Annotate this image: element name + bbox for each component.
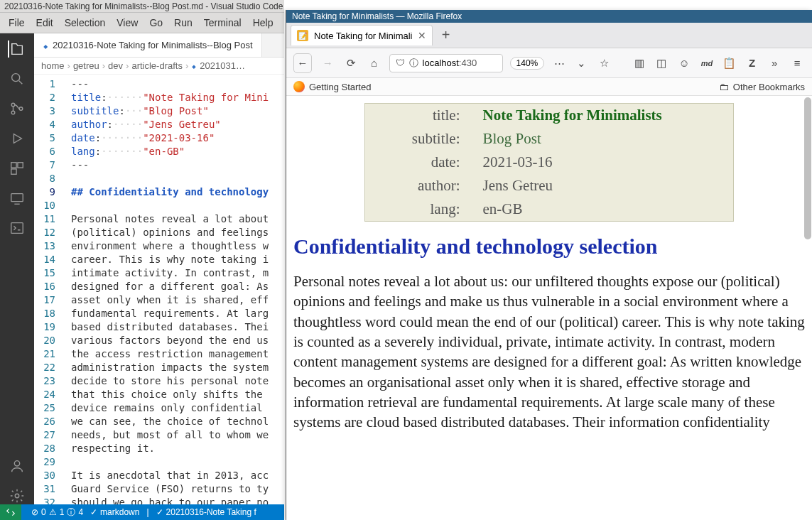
forward-button[interactable]: → xyxy=(319,53,337,73)
tab-current-file[interactable]: ⬥ 20210316-Note Taking for Minimalists--… xyxy=(34,33,262,57)
account-icon[interactable]: ☺ xyxy=(676,55,692,72)
bookmark-star-icon[interactable]: ☆ xyxy=(597,55,612,72)
vscode-menubar: File Edit Selection View Go Run Terminal… xyxy=(0,13,284,33)
status-filename[interactable]: ✓ 20210316-Note Taking f xyxy=(156,507,256,517)
vscode-titlebar: 20210316-Note Taking for Minimalists--Bl… xyxy=(0,0,284,13)
editor-tabs: ⬥ 20210316-Note Taking for Minimalists--… xyxy=(34,33,284,58)
remote-icon[interactable] xyxy=(9,190,26,207)
shield-icon: 🛡 xyxy=(396,58,405,68)
hamburger-menu-icon[interactable]: ≡ xyxy=(789,55,805,72)
pocket-icon[interactable]: ⌄ xyxy=(574,55,590,72)
extensions-icon[interactable] xyxy=(9,160,26,177)
svg-point-9 xyxy=(14,461,19,466)
overflow-icon[interactable]: » xyxy=(767,55,782,72)
svg-rect-8 xyxy=(11,223,23,234)
svg-point-2 xyxy=(11,111,15,114)
svg-rect-6 xyxy=(11,169,16,174)
meta-value: en-GB xyxy=(472,197,734,222)
crumb-article-drafts[interactable]: article-drafts xyxy=(131,60,183,71)
firefox-logo-icon xyxy=(293,81,305,92)
code-editor[interactable]: 1234567891011121314151617181920212223242… xyxy=(34,75,284,504)
explorer-icon[interactable] xyxy=(8,40,25,58)
meta-key: lang: xyxy=(365,197,472,222)
page-paragraph: Personal notes reveal a lot about us: ou… xyxy=(293,271,805,433)
problems-indicator[interactable]: ⊘0 ⚠1 ⓘ4 xyxy=(31,507,83,519)
meta-value: Note Taking for Minimalists xyxy=(472,104,734,128)
url-bar[interactable]: 🛡 ⓘ localhost:430 xyxy=(389,54,503,72)
favicon-icon: 📝 xyxy=(297,30,308,41)
menu-go[interactable]: Go xyxy=(145,16,167,30)
ext-md-icon[interactable]: md xyxy=(699,55,715,72)
library-icon[interactable]: ▥ xyxy=(632,55,647,72)
crumb-home[interactable]: home xyxy=(41,60,65,71)
status-lang[interactable]: ✓ markdown xyxy=(90,507,139,517)
browser-tab[interactable]: 📝 Note Taking for Minimali ✕ xyxy=(291,25,433,45)
zoom-badge[interactable]: 140% xyxy=(510,57,545,70)
meta-value: Blog Post xyxy=(472,127,734,151)
search-icon[interactable] xyxy=(9,70,26,87)
menu-help[interactable]: Help xyxy=(249,16,278,30)
markdown-file-icon: ⬥ xyxy=(43,40,48,51)
meta-key: title: xyxy=(365,104,472,128)
terminal-panel-icon[interactable] xyxy=(9,220,26,237)
back-button[interactable]: ← xyxy=(293,53,312,73)
home-button[interactable]: ⌂ xyxy=(367,55,382,72)
meta-key: author: xyxy=(365,174,472,197)
new-tab-button[interactable]: + xyxy=(435,26,455,45)
tab-label: 20210316-Note Taking for Minimalists--Bl… xyxy=(53,40,253,50)
firefox-titlebar: Note Taking for Minimalists — Mozilla Fi… xyxy=(286,10,812,23)
svg-point-3 xyxy=(19,107,23,111)
metadata-table: title:Note Taking for Minimalists subtit… xyxy=(364,103,734,222)
activity-bar xyxy=(0,33,34,504)
info-icon[interactable]: ⓘ xyxy=(409,57,418,70)
page-content[interactable]: title:Note Taking for Minimalists subtit… xyxy=(286,96,812,520)
svg-rect-7 xyxy=(11,194,23,202)
ext-z-icon[interactable]: Z xyxy=(745,55,760,72)
status-bar: ⊘0 ⚠1 ⓘ4 ✓ markdown | ✓ 20210316-Note Ta… xyxy=(0,504,284,520)
page-actions-icon[interactable]: ⋯ xyxy=(551,55,567,72)
firefox-window: Note Taking for Minimalists — Mozilla Fi… xyxy=(286,10,812,520)
menu-selection[interactable]: Selection xyxy=(60,16,110,30)
meta-key: subtitle: xyxy=(365,127,472,151)
reload-button[interactable]: ⟳ xyxy=(344,55,359,72)
meta-key: date: xyxy=(365,151,472,174)
source-control-icon[interactable] xyxy=(9,100,26,117)
tab-title: Note Taking for Minimali xyxy=(314,31,412,41)
settings-gear-icon[interactable] xyxy=(9,487,26,504)
ext-clip-icon[interactable]: 📋 xyxy=(722,55,737,72)
bookmark-other[interactable]: 🗀 Other Bookmarks xyxy=(719,81,805,92)
menu-terminal[interactable]: Terminal xyxy=(200,16,246,30)
meta-value: 2021-03-16 xyxy=(472,151,734,174)
vscode-window: 20210316-Note Taking for Minimalists--Bl… xyxy=(0,0,284,520)
bookmark-getting-started[interactable]: Getting Started xyxy=(293,81,371,92)
crumb-getreu[interactable]: getreu xyxy=(73,60,99,71)
remote-indicator[interactable] xyxy=(0,504,21,520)
sidebar-icon[interactable]: ◫ xyxy=(654,55,670,72)
tab-strip: 📝 Note Taking for Minimali ✕ + xyxy=(286,23,812,48)
scrollbar[interactable] xyxy=(803,96,812,520)
code-content[interactable]: --- title:······"Note Taking for Mini su… xyxy=(63,75,284,504)
crumb-file[interactable]: 2021031… xyxy=(200,60,245,71)
svg-point-10 xyxy=(15,494,19,498)
debug-icon[interactable] xyxy=(9,130,26,147)
markdown-file-icon: ⬥ xyxy=(191,60,197,71)
page-heading: Confidentiality and technology selection xyxy=(293,234,805,259)
bookmarks-bar: Getting Started 🗀 Other Bookmarks xyxy=(286,78,812,96)
nav-toolbar: ← → ⟳ ⌂ 🛡 ⓘ localhost:430 140% ⋯ ⌄ ☆ ▥ ◫… xyxy=(286,48,812,78)
crumb-dev[interactable]: dev xyxy=(108,60,123,71)
svg-point-1 xyxy=(11,103,15,107)
svg-rect-5 xyxy=(18,163,23,168)
meta-value: Jens Getreu xyxy=(472,174,734,197)
menu-file[interactable]: File xyxy=(4,16,29,30)
account-icon[interactable] xyxy=(9,457,26,475)
close-tab-icon[interactable]: ✕ xyxy=(418,30,426,41)
svg-point-0 xyxy=(12,74,20,82)
svg-rect-4 xyxy=(11,163,16,168)
menu-view[interactable]: View xyxy=(112,16,142,30)
breadcrumbs[interactable]: home› getreu› dev› article-drafts› ⬥ 202… xyxy=(34,58,284,75)
menu-edit[interactable]: Edit xyxy=(32,16,58,30)
line-gutter: 1234567891011121314151617181920212223242… xyxy=(34,75,63,504)
menu-run[interactable]: Run xyxy=(170,16,197,30)
folder-icon: 🗀 xyxy=(719,81,729,92)
